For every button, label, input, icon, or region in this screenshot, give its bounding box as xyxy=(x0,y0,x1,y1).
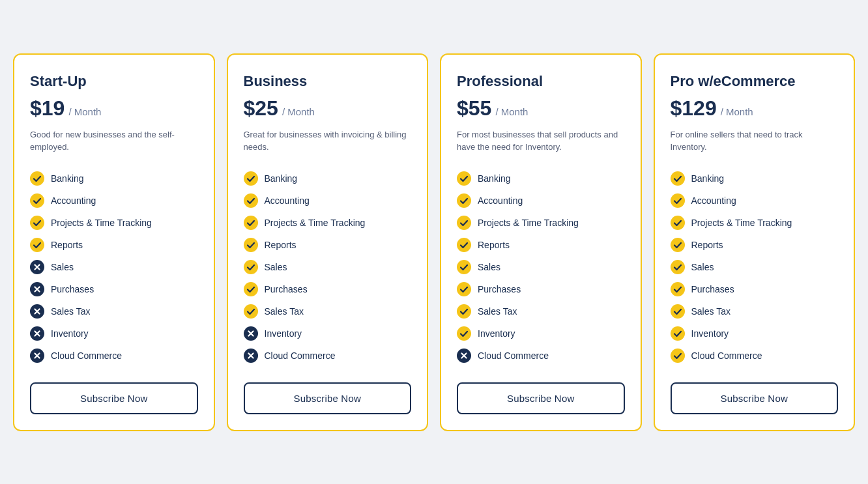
check-icon xyxy=(30,171,44,186)
feature-label: Inventory xyxy=(478,328,515,339)
feature-item: Purchases xyxy=(244,278,412,300)
feature-label: Sales xyxy=(478,262,500,272)
x-icon xyxy=(244,349,258,363)
plan-description: For most businesses that sell products a… xyxy=(457,128,625,154)
x-icon xyxy=(30,326,44,341)
svg-point-18 xyxy=(457,171,471,186)
feature-item: Sales xyxy=(244,256,412,278)
feature-item: Purchases xyxy=(671,278,839,300)
plan-price: $19 xyxy=(30,96,65,121)
plan-card-pro-ecommerce: Pro w/eCommerce$129/ MonthFor online sel… xyxy=(654,53,856,431)
feature-label: Reports xyxy=(478,240,510,250)
subscribe-button-business[interactable]: Subscribe Now xyxy=(244,382,412,414)
svg-point-11 xyxy=(244,216,258,230)
feature-label: Reports xyxy=(265,240,297,250)
feature-item: Banking xyxy=(244,167,412,190)
feature-label: Sales Tax xyxy=(51,306,90,317)
feature-item: Projects & Time Tracking xyxy=(671,212,839,234)
check-icon xyxy=(671,326,685,341)
check-icon xyxy=(244,282,258,296)
check-icon xyxy=(671,260,685,274)
features-list: BankingAccountingProjects & Time Trackin… xyxy=(457,167,625,367)
feature-item: Projects & Time Tracking xyxy=(457,212,625,234)
x-icon xyxy=(30,282,44,296)
feature-label: Cloud Commerce xyxy=(265,350,336,361)
feature-label: Sales xyxy=(691,262,714,272)
svg-point-27 xyxy=(671,171,685,186)
svg-point-32 xyxy=(671,282,685,296)
svg-point-23 xyxy=(457,282,471,296)
svg-point-2 xyxy=(30,216,44,230)
plan-card-startup: Start-Up$19/ MonthGood for new businesse… xyxy=(13,53,215,431)
feature-item: Projects & Time Tracking xyxy=(244,212,412,234)
x-icon xyxy=(30,349,44,363)
feature-label: Accounting xyxy=(51,195,96,206)
feature-item: Reports xyxy=(244,234,412,256)
svg-point-29 xyxy=(671,216,685,230)
check-icon xyxy=(30,216,44,230)
feature-label: Banking xyxy=(265,173,298,184)
feature-item: Purchases xyxy=(457,278,625,300)
feature-item: Sales xyxy=(457,256,625,278)
plan-price-row: $19/ Month xyxy=(30,96,198,121)
feature-item: Accounting xyxy=(671,190,839,212)
check-icon xyxy=(457,171,471,186)
feature-label: Sales Tax xyxy=(265,306,304,317)
plan-price: $25 xyxy=(244,96,278,121)
feature-label: Sales Tax xyxy=(691,306,731,317)
svg-point-30 xyxy=(671,238,685,252)
subscribe-button-professional[interactable]: Subscribe Now xyxy=(457,382,625,414)
feature-item: Banking xyxy=(671,167,839,190)
check-icon xyxy=(457,260,471,274)
feature-label: Inventory xyxy=(691,328,729,339)
svg-point-25 xyxy=(457,326,471,341)
subscribe-button-startup[interactable]: Subscribe Now xyxy=(30,382,198,414)
feature-label: Reports xyxy=(691,240,723,250)
feature-label: Purchases xyxy=(265,284,308,294)
feature-label: Inventory xyxy=(51,328,89,339)
svg-point-35 xyxy=(671,349,685,363)
plan-card-professional: Professional$55/ MonthFor most businesse… xyxy=(440,53,642,431)
plan-price: $129 xyxy=(671,96,717,121)
feature-label: Projects & Time Tracking xyxy=(51,218,152,228)
feature-item: Sales xyxy=(30,256,198,278)
subscribe-button-pro-ecommerce[interactable]: Subscribe Now xyxy=(671,382,839,414)
feature-label: Sales Tax xyxy=(478,306,517,317)
svg-point-20 xyxy=(457,216,471,230)
svg-point-31 xyxy=(671,260,685,274)
check-icon xyxy=(671,349,685,363)
feature-item: Accounting xyxy=(244,190,412,212)
check-icon xyxy=(671,304,685,319)
check-icon xyxy=(671,282,685,296)
feature-item: Reports xyxy=(457,234,625,256)
feature-item: Sales Tax xyxy=(244,300,412,322)
plan-period: / Month xyxy=(495,106,528,117)
feature-label: Banking xyxy=(691,173,725,184)
feature-label: Banking xyxy=(478,173,511,184)
pricing-grid: Start-Up$19/ MonthGood for new businesse… xyxy=(13,53,855,431)
feature-label: Purchases xyxy=(51,284,94,294)
feature-item: Inventory xyxy=(30,322,198,345)
feature-item: Inventory xyxy=(244,322,412,345)
check-icon xyxy=(244,304,258,319)
plan-price: $55 xyxy=(457,96,491,121)
feature-label: Cloud Commerce xyxy=(478,350,549,361)
check-icon xyxy=(457,193,471,208)
feature-label: Accounting xyxy=(478,195,523,206)
plan-price-row: $55/ Month xyxy=(457,96,625,121)
plan-name: Start-Up xyxy=(30,73,198,90)
plan-period: / Month xyxy=(282,106,315,117)
plan-period: / Month xyxy=(68,106,101,117)
check-icon xyxy=(457,238,471,252)
svg-point-33 xyxy=(671,304,685,319)
feature-label: Projects & Time Tracking xyxy=(265,218,366,228)
feature-item: Cloud Commerce xyxy=(671,345,839,367)
feature-label: Banking xyxy=(51,173,84,184)
feature-item: Reports xyxy=(30,234,198,256)
x-icon xyxy=(457,349,471,363)
svg-point-3 xyxy=(30,238,44,252)
svg-point-10 xyxy=(244,193,258,208)
check-icon xyxy=(244,171,258,186)
feature-label: Purchases xyxy=(478,284,521,294)
svg-point-12 xyxy=(244,238,258,252)
